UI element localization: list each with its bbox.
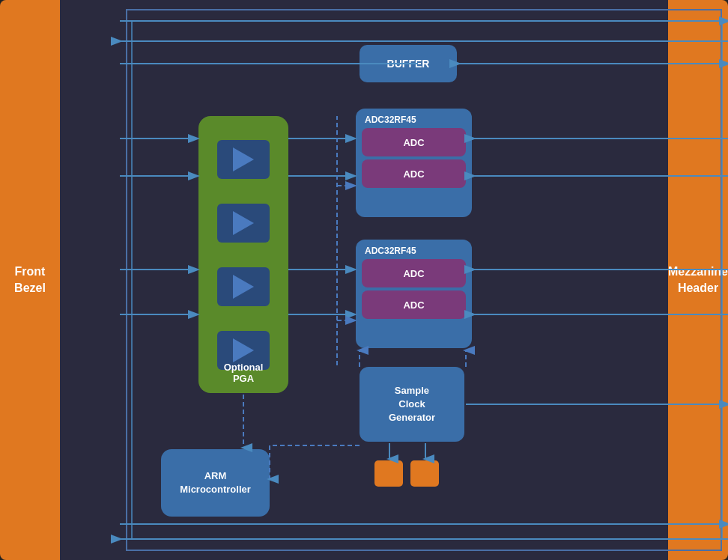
left-bezel-label: FrontBezel	[14, 264, 46, 297]
arm-block: ARMMicrocontroller	[161, 449, 270, 517]
adc-2b: ADC	[362, 290, 466, 319]
arrow-triangle-2	[233, 211, 254, 235]
main-container: FrontBezel MezzanineHeader OptionalPGA	[0, 0, 728, 560]
arrow-triangle-1	[233, 147, 254, 171]
adc-1a: ADC	[362, 128, 466, 156]
pga-label: OptionalPGA	[198, 362, 288, 384]
adc-2a: ADC	[362, 259, 466, 287]
adc-block-1: ADC32RF45 ADC ADC	[356, 109, 472, 217]
scg-block: SampleClockGenerator	[360, 367, 464, 442]
adc-block-2: ADC32RF45 ADC ADC	[356, 240, 472, 348]
arrow-triangle-3	[233, 275, 254, 299]
adc-chip-1-label: ADC32RF45	[362, 115, 466, 125]
small-component-2	[410, 460, 439, 487]
adc-1b: ADC	[362, 159, 466, 188]
board: OptionalPGA BUFFER ADC32RF45 ADC ADC ADC…	[60, 0, 668, 560]
small-component-1	[374, 460, 403, 487]
arm-label: ARMMicrocontroller	[180, 469, 251, 496]
buffer-label: BUFFER	[387, 58, 430, 70]
pga-block: OptionalPGA	[198, 116, 288, 393]
buffer-block: BUFFER	[360, 45, 457, 82]
left-bezel: FrontBezel	[0, 0, 60, 560]
scg-label: SampleClockGenerator	[389, 384, 435, 425]
pga-arrow-2	[217, 204, 270, 243]
pga-arrow-3	[217, 267, 270, 306]
adc-chip-2-label: ADC32RF45	[362, 246, 466, 256]
arrow-triangle-4	[233, 338, 254, 362]
pga-arrow-1	[217, 140, 270, 179]
